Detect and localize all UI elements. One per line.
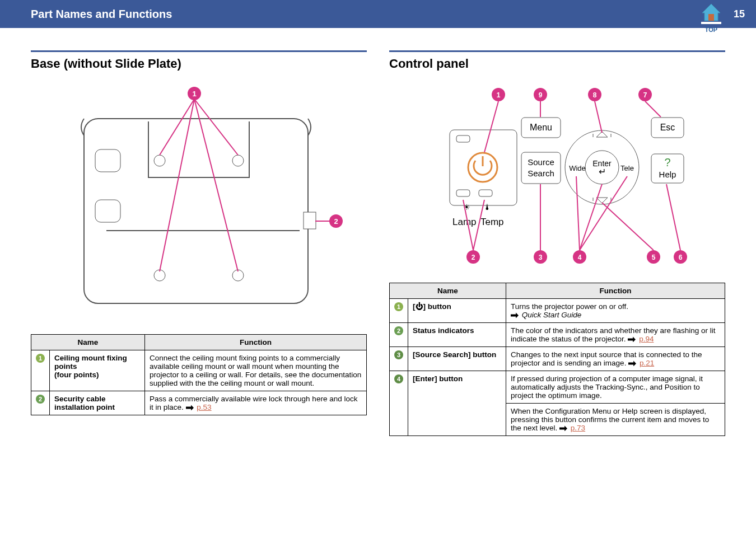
row-num-badge: 2 xyxy=(36,395,45,404)
svg-line-59 xyxy=(666,184,680,250)
row-function: Pass a commercially available wire lock … xyxy=(145,391,367,415)
page-header: Part Names and Functions TOP 15 xyxy=(0,0,756,28)
svg-text:↵: ↵ xyxy=(599,167,606,176)
svg-rect-10 xyxy=(304,212,316,229)
top-label: TOP xyxy=(700,26,722,33)
col-name: Name xyxy=(390,283,506,299)
help-q-icon: ? xyxy=(664,156,670,168)
svg-line-51 xyxy=(645,101,661,117)
callout-2: 2 xyxy=(334,217,338,226)
callout-1: 1 xyxy=(192,90,196,98)
page-ref-link[interactable]: p.73 xyxy=(571,424,585,432)
label-temp-icon: 🌡 xyxy=(483,203,491,212)
row-function: Connect the ceiling mount fixing points … xyxy=(145,350,367,391)
section-title-base: Base (without Slide Plate) xyxy=(31,57,367,71)
row-name: Ceiling mount fixing points(four points) xyxy=(54,354,127,379)
svg-line-58 xyxy=(602,203,654,250)
row-function: Changes to the next input source that is… xyxy=(506,347,725,371)
table-row: 2 Security cable installation point Pass… xyxy=(31,391,367,415)
reference-icon xyxy=(559,425,567,431)
svg-text:7: 7 xyxy=(643,91,647,99)
svg-text:8: 8 xyxy=(593,91,597,99)
svg-rect-5 xyxy=(95,200,120,222)
svg-text:9: 9 xyxy=(539,91,543,99)
svg-rect-2 xyxy=(708,14,714,21)
label-search: Search xyxy=(528,168,554,178)
section-rule xyxy=(31,50,367,52)
row-function: If pressed during projection of a comput… xyxy=(506,371,725,404)
right-column: Control panel ☀ 🌡 Lamp Temp Menu Sourc xyxy=(389,50,725,436)
table-row: 3 [Source Search] button Changes to the … xyxy=(390,347,725,371)
base-diagram: 1 2 xyxy=(53,82,344,320)
svg-text:5: 5 xyxy=(652,254,656,261)
row-num-badge: 2 xyxy=(394,326,403,335)
label-tele: Tele xyxy=(620,164,634,172)
content-area: Base (without Slide Plate) xyxy=(0,28,756,447)
col-function: Function xyxy=(506,283,725,299)
page-ref-link[interactable]: p.21 xyxy=(640,359,654,367)
section-rule xyxy=(389,50,725,52)
page-number: 15 xyxy=(734,8,745,20)
row-num-badge: 4 xyxy=(394,374,403,383)
row-name: Status indicators xyxy=(413,326,474,335)
svg-text:3: 3 xyxy=(539,254,543,261)
row-function: The color of the indicators and whether … xyxy=(506,323,725,347)
top-home-icon[interactable]: TOP xyxy=(700,3,722,25)
reference-icon xyxy=(511,312,519,318)
svg-text:2: 2 xyxy=(472,254,475,261)
row-name: Security cable installation point xyxy=(54,395,115,411)
row-function: Turns the projector power on or off. Qui… xyxy=(506,299,725,323)
label-help: Help xyxy=(659,170,676,179)
svg-point-6 xyxy=(154,155,165,166)
svg-text:6: 6 xyxy=(679,254,683,261)
label-wide: Wide xyxy=(569,164,586,172)
label-temp: Temp xyxy=(480,217,504,227)
left-column: Base (without Slide Plate) xyxy=(31,50,367,436)
base-table: Name Function 1 Ceiling mount fixing poi… xyxy=(31,334,367,415)
row-num-badge: 1 xyxy=(394,302,403,311)
reference-icon xyxy=(628,336,636,342)
svg-point-7 xyxy=(232,155,244,166)
cp-table: Name Function 1 [⏻] button Turns the pro… xyxy=(389,283,725,436)
header-title: Part Names and Functions xyxy=(31,8,172,21)
col-name: Name xyxy=(31,335,145,350)
row-name: [⏻] button xyxy=(413,302,451,311)
reference-icon xyxy=(628,360,636,366)
row-num-badge: 1 xyxy=(36,354,45,363)
table-row: 4 [Enter] button If pressed during proje… xyxy=(390,371,725,404)
label-source: Source xyxy=(528,157,554,167)
svg-text:4: 4 xyxy=(578,254,582,261)
svg-rect-18 xyxy=(450,130,517,205)
label-esc: Esc xyxy=(660,123,675,132)
row-name: [Source Search] button xyxy=(413,350,496,359)
svg-rect-0 xyxy=(701,22,721,24)
table-row: 1 [⏻] button Turns the projector power o… xyxy=(390,299,725,323)
section-title-cp: Control panel xyxy=(389,57,725,71)
svg-text:1: 1 xyxy=(497,91,501,99)
reference-icon xyxy=(186,405,194,410)
row-num-badge: 3 xyxy=(394,350,403,359)
row-function: When the Configuration Menu or Help scre… xyxy=(506,404,725,436)
row-name: [Enter] button xyxy=(413,374,463,383)
col-function: Function xyxy=(145,335,367,350)
page-ref-link[interactable]: p.53 xyxy=(197,403,211,411)
label-lamp: Lamp xyxy=(452,217,477,227)
svg-line-50 xyxy=(595,101,602,133)
control-panel-diagram: ☀ 🌡 Lamp Temp Menu Source Search Enter ↵… xyxy=(412,82,703,273)
page-ref-link[interactable]: p.94 xyxy=(639,335,654,343)
header-right: TOP 15 xyxy=(700,3,745,25)
table-row: 2 Status indicators The color of the ind… xyxy=(390,323,725,347)
label-menu: Menu xyxy=(530,123,552,132)
table-row: 1 Ceiling mount fixing points(four point… xyxy=(31,350,367,391)
svg-rect-4 xyxy=(95,149,120,172)
